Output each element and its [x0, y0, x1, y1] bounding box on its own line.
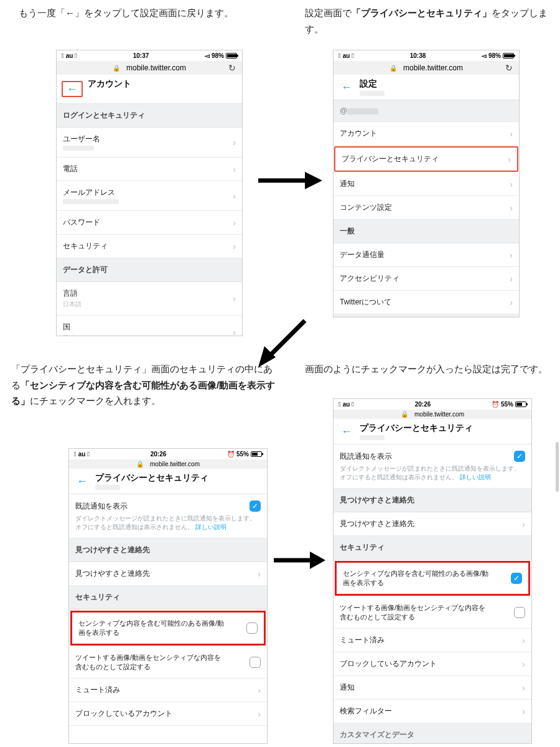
back-icon[interactable]: ← — [62, 81, 83, 97]
row-privacy-security[interactable]: プライバシーとセキュリティ› — [334, 146, 518, 172]
row-data-usage[interactable]: データ通信量› — [334, 243, 519, 267]
lock-icon: 🔒 — [390, 65, 397, 72]
row-about-twitter[interactable]: Twitterについて› — [334, 291, 519, 314]
page-subtitle — [88, 91, 131, 100]
checkbox-off-icon[interactable] — [514, 607, 525, 618]
row-blocked[interactable]: ブロックしているアカウント› — [334, 652, 531, 676]
row-sensitive-media[interactable]: センシティブな内容を含む可能性のある画像/動画を表示する ✓ — [335, 561, 530, 596]
section-login-security: ログインとセキュリティ — [57, 104, 242, 128]
status-bar: 􀙇au􀙇 20:26 ⏰55% — [334, 399, 531, 410]
page-title: プライバシーとセキュリティ — [95, 472, 208, 484]
row-username[interactable]: ユーザー名 › — [57, 128, 242, 157]
screenshot-privacy-checked: 􀙇au􀙇 20:26 ⏰55% 🔒 mobile.twitter.com ← プ… — [333, 398, 532, 744]
clock: 10:38 — [410, 52, 426, 59]
back-icon[interactable]: ← — [74, 474, 90, 488]
signal-icon: 􀙇 — [338, 401, 341, 408]
row-content-settings[interactable]: コンテンツ設定› — [334, 196, 519, 220]
page-title: アカウント — [88, 78, 131, 90]
battery-icon — [515, 402, 526, 407]
checkbox-off-icon[interactable] — [246, 622, 258, 634]
battery-icon — [251, 451, 262, 457]
screenshot-privacy-unchecked: 􀙇au􀙇 20:26 ⏰55% 🔒 mobile.twitter.com ← プ… — [68, 448, 268, 744]
row-read-receipt[interactable]: 既読通知を表示 ✓ ダイレクトメッセージが読まれたときに既読通知を表示します。オ… — [334, 444, 531, 489]
clock: 20:26 — [151, 451, 167, 458]
url-bar[interactable]: 🔒 mobile.twitter.com ↻ — [334, 61, 519, 75]
caption-step1: もう一度「←」をタップして設定画面に戻ります。 — [19, 5, 268, 21]
row-country[interactable]: 国日本 › — [57, 316, 242, 336]
reload-icon[interactable]: ↻ — [228, 63, 236, 73]
reload-icon[interactable]: ↻ — [505, 63, 513, 73]
back-icon[interactable]: ← — [338, 80, 355, 94]
arrow-diagonal-icon — [252, 311, 314, 374]
checkbox-on-icon[interactable]: ✓ — [511, 573, 522, 584]
caption-step4: 画面のようにチェックマークが入ったら設定は完了です。 — [305, 361, 548, 377]
alarm-icon: ⏰ — [492, 401, 499, 408]
section-discoverability: 見つけやすさと連絡先 — [334, 489, 531, 512]
read-receipt-description: ダイレクトメッセージが読まれたときに既読通知を表示します。オフにすると既読通知は… — [75, 514, 261, 532]
status-bar: 􀙇 au 􀙇 10:37 ◅ 98% — [57, 50, 242, 61]
lock-icon: 🔒 — [401, 411, 408, 418]
status-bar: 􀙇au􀙇 20:26 ⏰55% — [69, 449, 267, 459]
row-email[interactable]: メールアドレス › — [57, 181, 242, 211]
location-icon: ◅ — [482, 52, 487, 59]
row-language[interactable]: 言語日本語 › — [57, 282, 242, 316]
row-discoverability[interactable]: 見つけやすさと連絡先› — [334, 512, 531, 536]
row-sensitive-media[interactable]: センシティブな内容を含む可能性のある画像/動画を表示する — [70, 611, 266, 646]
signal-icon: 􀙇 — [338, 52, 341, 59]
clock: 20:26 — [415, 401, 431, 408]
section-security: セキュリティ — [69, 586, 267, 609]
row-accessibility[interactable]: アクセシビリティ› — [334, 267, 519, 291]
arrow-right-icon — [255, 168, 324, 193]
row-discoverability[interactable]: 見つけやすさと連絡先› — [69, 562, 267, 586]
row-notifications[interactable]: 通知› — [334, 172, 519, 196]
row-account[interactable]: アカウント› — [334, 122, 519, 146]
arrow-right-icon — [271, 548, 327, 573]
screenshot-settings: 􀙇au􀙇 10:38 ◅98% 🔒 mobile.twitter.com ↻ ←… — [333, 50, 520, 317]
screenshot-account-settings: 􀙇 au 􀙇 10:37 ◅ 98% 🔒 mobile.twitter.com … — [56, 50, 243, 336]
row-handle: @ — [334, 100, 519, 122]
row-muted[interactable]: ミュート済み› — [334, 629, 531, 652]
chevron-right-icon: › — [233, 138, 236, 148]
row-phone[interactable]: 電話 › — [57, 157, 242, 181]
url-bar[interactable]: 🔒 mobile.twitter.com — [334, 410, 531, 419]
chevron-right-icon: › — [233, 191, 236, 201]
url-bar[interactable]: 🔒 mobile.twitter.com — [69, 459, 267, 469]
row-blocked[interactable]: ブロックしているアカウント› — [69, 702, 267, 726]
page-scrollbar[interactable] — [556, 442, 559, 492]
detail-link[interactable]: 詳しい説明 — [460, 474, 491, 481]
chevron-right-icon: › — [233, 218, 236, 228]
battery-pct: 98% — [212, 52, 224, 59]
checkbox-on-icon[interactable]: ✓ — [514, 451, 525, 462]
chevron-right-icon: › — [233, 164, 236, 174]
row-password[interactable]: パスワード › — [57, 211, 242, 235]
checkbox-on-icon[interactable]: ✓ — [250, 500, 261, 512]
row-security[interactable]: セキュリティ › — [57, 235, 242, 258]
page-header: ← プライバシーとセキュリティ — [334, 419, 531, 444]
row-mark-sensitive[interactable]: ツイートする画像/動画をセンシティブな内容を含むものとして設定する — [69, 647, 267, 679]
alarm-icon: ⏰ — [227, 451, 235, 458]
page-header: ← プライバシーとセキュリティ — [69, 469, 267, 494]
signal-icon: 􀙇 — [62, 52, 64, 59]
wifi-icon: 􀙇 — [352, 401, 354, 408]
row-mark-sensitive[interactable]: ツイートする画像/動画をセンシティブな内容を含むものとして設定する — [334, 597, 531, 629]
read-receipt-description: ダイレクトメッセージが読まれたときに既読通知を表示します。オフにすると既読通知は… — [340, 464, 525, 482]
detail-link[interactable]: 詳しい説明 — [195, 524, 226, 530]
url-bar[interactable]: 🔒 mobile.twitter.com ↻ — [57, 61, 242, 75]
wifi-icon: 􀙇 — [75, 52, 77, 59]
caption-step3: 「プライバシーとセキュリティ」画面のセキュリティの中にある「センシティブな内容を… — [11, 361, 279, 409]
checkbox-off-icon[interactable] — [250, 657, 261, 668]
svg-line-2 — [268, 321, 305, 358]
svg-marker-5 — [310, 552, 325, 569]
svg-marker-3 — [258, 346, 276, 367]
row-notifications[interactable]: 通知› — [334, 676, 531, 700]
signal-icon: 􀙇 — [74, 451, 77, 458]
section-general: 一般 — [334, 220, 519, 243]
battery-icon — [503, 53, 514, 59]
back-icon[interactable]: ← — [338, 425, 355, 438]
caption-step2: 設定画面で「プライバシーとセキュリティ」をタップします。 — [305, 5, 548, 37]
row-muted[interactable]: ミュート済み› — [69, 679, 267, 702]
row-search-filter[interactable]: 検索フィルター› — [334, 700, 531, 723]
row-read-receipt[interactable]: 既読通知を表示 ✓ ダイレクトメッセージが読まれたときに既読通知を表示します。オ… — [69, 494, 267, 538]
chevron-right-icon: › — [233, 327, 236, 337]
page-header: ← アカウント — [57, 75, 242, 104]
